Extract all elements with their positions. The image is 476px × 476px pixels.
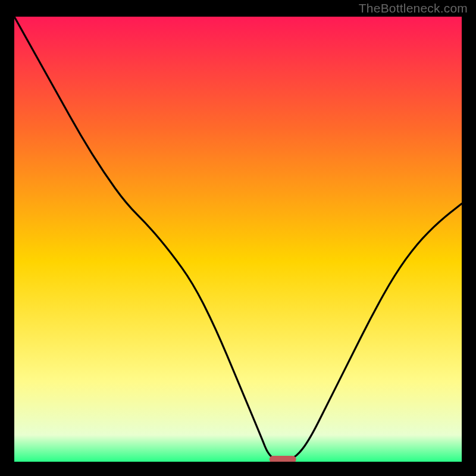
chart-frame: TheBottleneck.com — [0, 0, 476, 476]
watermark-text: TheBottleneck.com — [359, 1, 468, 15]
optimal-marker — [270, 456, 296, 462]
chart-svg — [14, 17, 462, 462]
plot-area — [14, 17, 462, 462]
gradient-background — [14, 17, 462, 462]
